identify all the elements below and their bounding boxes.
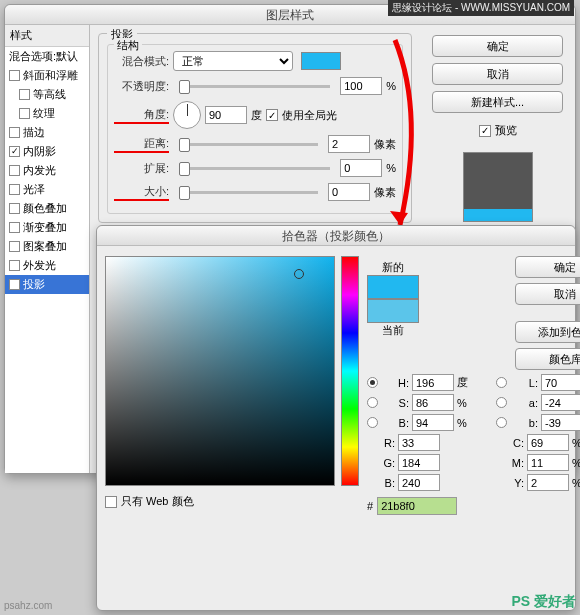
angle-dial[interactable] [173,101,201,129]
style-label: 光泽 [23,182,45,197]
style-checkbox[interactable] [9,222,20,233]
hex-input[interactable] [377,497,457,515]
style-label: 等高线 [33,87,66,102]
px-unit: 像素 [374,137,396,152]
size-input[interactable] [328,183,370,201]
style-item-7[interactable]: 颜色叠加 [5,199,89,218]
style-label: 内发光 [23,163,56,178]
blue-input[interactable] [398,474,440,491]
style-item-9[interactable]: 图案叠加 [5,237,89,256]
opacity-slider[interactable] [179,85,330,88]
picker-ok-button[interactable]: 确定 [515,256,580,278]
style-label: 纹理 [33,106,55,121]
c-input[interactable] [527,434,569,451]
distance-slider[interactable] [179,143,318,146]
add-swatch-button[interactable]: 添加到色板 [515,321,580,343]
style-checkbox[interactable] [9,165,20,176]
style-item-10[interactable]: 外发光 [5,256,89,275]
style-checkbox[interactable] [19,108,30,119]
color-lib-button[interactable]: 颜色库 [515,348,580,370]
style-checkbox[interactable] [9,70,20,81]
web-only-checkbox[interactable] [105,496,117,508]
spread-input[interactable] [340,159,382,177]
style-label: 投影 [23,277,45,292]
style-label: 描边 [23,125,45,140]
blend-mode-select[interactable]: 正常 [173,51,293,71]
spread-slider[interactable] [179,167,330,170]
style-item-8[interactable]: 渐变叠加 [5,218,89,237]
b-input[interactable] [412,414,454,431]
color-swatch[interactable] [301,52,341,70]
distance-label: 距离: [114,136,169,153]
preview-checkbox[interactable]: ✓ [479,125,491,137]
style-checkbox[interactable]: ✓ [9,146,20,157]
pct-unit2: % [386,162,396,174]
style-item-3[interactable]: 描边 [5,123,89,142]
bb-radio[interactable] [496,417,507,428]
style-item-6[interactable]: 光泽 [5,180,89,199]
s-input[interactable] [412,394,454,411]
saturation-value-area[interactable] [105,256,335,486]
new-label: 新的 [382,260,404,275]
watermark-bottom-left: psahz.com [4,600,52,611]
picker-cancel-button[interactable]: 取消 [515,283,580,305]
style-item-11[interactable]: ✓投影 [5,275,89,294]
hue-slider[interactable] [341,256,359,486]
distance-input[interactable] [328,135,370,153]
style-item-2[interactable]: 纹理 [5,104,89,123]
preview-label: 预览 [495,123,517,138]
deg-unit: 度 [251,108,262,123]
ok-button[interactable]: 确定 [432,35,563,57]
angle-input[interactable] [205,106,247,124]
bb-input[interactable] [541,414,580,431]
h-input[interactable] [412,374,454,391]
cancel-button[interactable]: 取消 [432,63,563,85]
new-color-swatch [367,275,419,299]
a-input[interactable] [541,394,580,411]
watermark-top: 思缘设计论坛 - WWW.MISSYUAN.COM [388,0,574,16]
spread-label: 扩展: [114,161,169,176]
size-slider[interactable] [179,191,318,194]
sv-marker [294,269,304,279]
style-checkbox[interactable]: ✓ [9,279,20,290]
watermark-bottom: PS 爱好者 [511,593,576,611]
style-checkbox[interactable] [9,203,20,214]
size-label: 大小: [114,184,169,201]
style-checkbox[interactable] [19,89,30,100]
b-radio[interactable] [367,417,378,428]
styles-list: 样式 混合选项:默认 斜面和浮雕等高线纹理描边✓内阴影内发光光泽颜色叠加渐变叠加… [5,25,90,473]
style-item-5[interactable]: 内发光 [5,161,89,180]
g-input[interactable] [398,454,440,471]
style-checkbox[interactable] [9,184,20,195]
pct-unit: % [386,80,396,92]
style-checkbox[interactable] [9,241,20,252]
hash-label: # [367,500,373,512]
style-label: 外发光 [23,258,56,273]
style-item-0[interactable]: 斜面和浮雕 [5,66,89,85]
style-label: 图案叠加 [23,239,67,254]
style-item-1[interactable]: 等高线 [5,85,89,104]
style-label: 斜面和浮雕 [23,68,78,83]
opacity-label: 不透明度: [114,79,169,94]
s-radio[interactable] [367,397,378,408]
style-checkbox[interactable] [9,260,20,271]
global-light-label: 使用全局光 [282,108,337,123]
h-radio[interactable] [367,377,378,388]
opacity-input[interactable] [340,77,382,95]
style-label: 内阴影 [23,144,56,159]
m-input[interactable] [527,454,569,471]
new-style-button[interactable]: 新建样式... [432,91,563,113]
px-unit2: 像素 [374,185,396,200]
blend-options[interactable]: 混合选项:默认 [5,47,89,66]
global-light-checkbox[interactable]: ✓ [266,109,278,121]
web-only-label: 只有 Web 颜色 [121,494,194,509]
style-item-4[interactable]: ✓内阴影 [5,142,89,161]
style-label: 颜色叠加 [23,201,67,216]
y-input[interactable] [527,474,569,491]
angle-label: 角度: [114,107,169,124]
l-radio[interactable] [496,377,507,388]
r-input[interactable] [398,434,440,451]
a-radio[interactable] [496,397,507,408]
style-checkbox[interactable] [9,127,20,138]
l-input[interactable] [541,374,580,391]
